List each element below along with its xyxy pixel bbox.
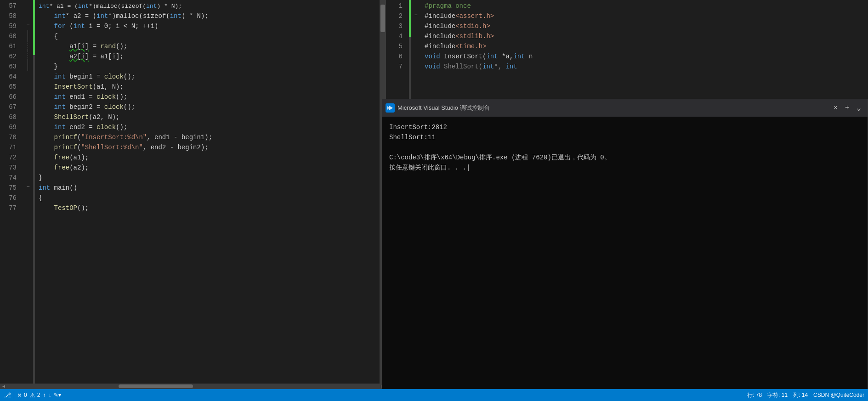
token: free (54, 164, 70, 171)
token: InsertSort (54, 83, 93, 90)
token: *, (494, 63, 505, 70)
token: a2[i] (69, 53, 89, 60)
code-line-67: int begin2 = clock(); (37, 102, 380, 112)
token: int (54, 124, 66, 131)
token: int (505, 63, 517, 70)
right-fold-3 (411, 20, 421, 30)
right-fold-7 (411, 61, 421, 71)
col-indicator[interactable]: 列: 14 (793, 391, 808, 399)
change-indicator (33, 0, 35, 55)
scrollbar-thumb[interactable] (380, 5, 385, 32)
code-line-69: int end2 = clock(); (37, 122, 380, 132)
terminal-line-1: InsertSort:2812 (389, 122, 860, 132)
git-branch[interactable]: ⎇ (4, 391, 11, 399)
token: { (39, 33, 58, 40)
fold-74 (23, 172, 33, 182)
token: "InsertSort:%d\n" (81, 134, 147, 141)
down-button[interactable]: ↓ (48, 392, 51, 398)
token: (); (77, 204, 89, 212)
token (39, 73, 54, 80)
fold-57 (23, 0, 33, 10)
token: #include (425, 23, 455, 30)
line-num-60: 60 (0, 31, 19, 41)
token: { (39, 194, 42, 202)
right-code-line-7: void ShellSort(int*, int (423, 62, 868, 72)
token: ) * N); (157, 3, 182, 10)
code-line-62: a2[i] = a1[i]; (37, 51, 380, 62)
right-fold-2[interactable]: − (411, 10, 421, 20)
token: (a1, N); (93, 83, 124, 90)
terminal-blank-1 (389, 142, 860, 152)
token (39, 154, 54, 161)
token: (); (116, 93, 127, 101)
fold-66 (23, 91, 33, 101)
token: void (425, 63, 440, 70)
line-num-57: 57 (0, 1, 19, 11)
token: free (54, 154, 70, 161)
token: begin2 = (66, 103, 104, 111)
scroll-thumb[interactable] (119, 384, 193, 388)
code-line-75: int main() (37, 183, 380, 193)
line-num-63: 63 (0, 62, 19, 72)
token: int (78, 3, 89, 10)
token: #include (425, 43, 455, 50)
row-indicator[interactable]: 行: 78 (747, 391, 762, 399)
right-code-line-5: #include<time.h> (423, 41, 868, 51)
code-line-77: TestOP(); (37, 203, 380, 213)
token: = a1[i]; (89, 53, 124, 60)
fold-72 (23, 152, 33, 162)
fold-75[interactable]: − (23, 182, 33, 192)
token: int (39, 184, 50, 192)
char-indicator[interactable]: 字符: 11 (767, 391, 788, 399)
fold-76 (23, 192, 33, 202)
line-num-58: 58 (0, 11, 19, 21)
token: end2 = (66, 124, 96, 131)
token: ShellSort( (440, 63, 482, 70)
error-indicator[interactable]: ✕ 0 (17, 392, 27, 399)
warning-indicator[interactable]: ⚠ 2 (30, 392, 40, 399)
token: TestOP (54, 204, 77, 212)
right-fold-1 (411, 0, 421, 10)
token: int (170, 12, 182, 20)
fold-61 (28, 40, 33, 51)
right-fold-5 (411, 40, 421, 51)
fold-71 (23, 141, 33, 152)
right-line-6: 6 (386, 51, 405, 62)
scroll-left-button[interactable]: ◀ (1, 384, 6, 389)
code-lines[interactable]: int* a1 = (int*)malloc(sizeof(int) * N);… (35, 0, 380, 384)
token: for (54, 23, 66, 30)
terminal-window[interactable]: Microsoft Visual Studio 调试控制台 × + ⌄ Inse… (381, 99, 868, 389)
token: , end2 - begin2); (143, 144, 209, 151)
vs-icon (386, 103, 395, 113)
token: (); (124, 103, 135, 111)
terminal-content[interactable]: InsertSort:2812 ShellSort:11 C:\code3\排序… (382, 117, 868, 389)
token: i = 0; i < N; ++i) (85, 23, 159, 30)
line-num-75: 75 (0, 183, 19, 193)
fold-65 (23, 81, 33, 91)
token: #pragma once (425, 2, 471, 10)
token: ShellSort (54, 113, 89, 121)
right-code-line-1: #pragma once (423, 1, 868, 11)
token: (); (116, 43, 127, 50)
terminal-add-button[interactable]: + (842, 104, 852, 112)
token (39, 93, 54, 101)
fold-68 (23, 111, 33, 121)
up-button[interactable]: ↑ (43, 392, 45, 398)
horizontal-scrollbar[interactable]: ◀ ▶ (0, 384, 386, 389)
fold-59[interactable]: − (23, 20, 33, 30)
actions-button[interactable]: ✎▾ (54, 392, 61, 398)
token: *)malloc(sizeof( (89, 3, 146, 10)
terminal-close-button[interactable]: × (831, 104, 840, 112)
vs-logo-svg (387, 105, 393, 111)
token: (a1); (69, 154, 89, 161)
terminal-dropdown-button[interactable]: ⌄ (854, 103, 864, 113)
char-label: 字符: 11 (767, 391, 788, 399)
token: end1 = (66, 93, 96, 101)
token (39, 23, 54, 30)
scroll-track[interactable] (6, 384, 380, 388)
fold-73 (23, 162, 33, 172)
line-num-69: 69 (0, 122, 19, 132)
code-line-57: int* a1 = (int*)malloc(sizeof(int) * N); (37, 1, 380, 11)
token: begin1 = (66, 73, 104, 80)
token: * a1 = ( (49, 3, 78, 10)
